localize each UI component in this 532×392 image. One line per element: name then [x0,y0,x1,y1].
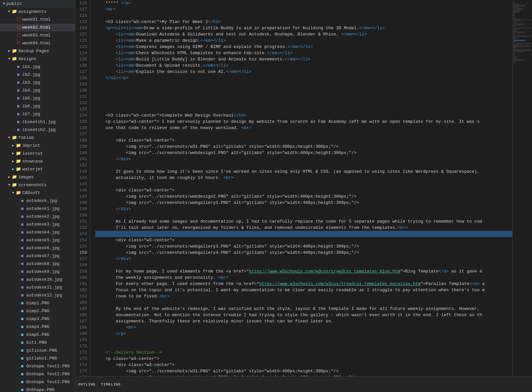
minimap-line [513,8,523,9]
minimap [512,0,532,376]
sidebar-item-autodesk1.jpg[interactable]: ◼ autodesk1.jpg [0,205,75,213]
sidebar-item-lasercut[interactable]: ▶ 📁 lasercut [0,150,75,158]
sidebar-item-lb3.jpg[interactable]: ◼ lb3.jpg [0,79,75,87]
bottom-section-timeline[interactable]: TIMELINE [101,382,121,386]
file-label: lb6.jpg [22,103,40,110]
minimap-line [513,23,517,23]
line-number-116: 116 [78,0,87,6]
folder-label: CADsoft [22,189,40,197]
sidebar-item-images[interactable]: ▶ 📁 images [0,173,75,181]
line-number-175: 175 [78,368,87,374]
line-number-141: 141 [78,156,87,162]
sidebar-item-designs[interactable]: ▼ 📁 designs [0,55,75,63]
code-line-153 [95,231,512,237]
sidebar-item-week01.html[interactable]: ⬡ week01.html [0,16,75,24]
sidebar-item-lb6.jpg[interactable]: ◼ lb6.jpg [0,102,75,110]
sidebar-item-onshapetest3.png[interactable]: ◼ Onshape Test3.PNG [0,378,75,386]
sidebar-item-bimp1.png[interactable]: ◼ bimp1.PNG [0,299,75,307]
sidebar-item-autodesk11.jpg[interactable]: ◼ autodesk11.jpg [0,284,75,292]
bottom-section-outline[interactable]: OUTLINE [78,382,96,386]
sidebar-item-lbsketch1.jpg[interactable]: ◼ lbsketch1.jpg [0,118,75,126]
line-number-159: 159 [78,268,87,274]
line-number-151: 151 [78,218,87,225]
file-icon: ◼ [16,88,21,93]
sidebar-item-onshapetest1.png[interactable]: ◼ Onshape Test1.PNG [0,362,75,370]
code-content[interactable]: ***** </p> <br> <h3 class="w3-center">My… [90,0,512,376]
sidebar-item-autodesk9.jpg[interactable]: ◼ autodesk9.jpg [0,268,75,276]
sidebar-item-autodesk3.jpg[interactable]: ◼ autodesk3.jpg [0,221,75,229]
sidebar-item-autodesk10.jpg[interactable]: ◼ autodesk10.jpg [0,276,75,284]
sidebar-item-git1.png[interactable]: ◼ Git1.PNG [0,339,75,347]
code-line-161: For every other page, I used elements fr… [95,281,512,287]
sidebar-item-autodesk5.jpg[interactable]: ◼ autodesk5.jpg [0,236,75,244]
sidebar-item-autodesk7.jpg[interactable]: ◼ autodesk7.jpg [0,252,75,260]
file-spacer [14,348,20,353]
line-number-140: 140 [78,150,87,156]
line-number-128: 128 [78,75,87,81]
file-spacer [11,96,16,101]
sidebar-item-lb7.jpg[interactable]: ◼ lb7.jpg [0,110,75,118]
sidebar-item-3dprint[interactable]: ▶ 📁 3dprint [0,142,75,150]
sidebar-item-bimp4.png[interactable]: ◼ bimp4.PNG [0,323,75,331]
code-line-171 [95,343,512,349]
file-icon: ◼ [20,246,25,251]
file-icon: ◼ [20,277,25,282]
sidebar-item-gitissue.png[interactable]: ◼ gitissue.PNG [0,347,75,355]
file-label: bimp4.PNG [26,323,49,331]
sidebar-item-autodesk8.jpg[interactable]: ◼ autodesk8.jpg [0,260,75,268]
sidebar-item-lb2.jpg[interactable]: ◼ lb2.jpg [0,71,75,79]
file-icon: ◼ [20,253,25,259]
sidebar-item-gitlabs1.png[interactable]: ◼ gitlabs1.PNG [0,355,75,362]
sidebar-item-assignments[interactable]: ▼ 📁 assignments [0,8,75,16]
sidebar-item-week02.html[interactable]: ⬡ week02.html [0,24,75,32]
minimap-line [513,21,520,21]
line-number-155: 155 [78,243,87,250]
line-number-145: 145 [78,181,87,187]
sidebar-item-waterjet[interactable]: ▶ 📁 waterjet [0,165,75,173]
file-icon: ◼ [20,324,25,330]
minimap-line [513,5,526,6]
sidebar-item-lb5.jpg[interactable]: ◼ lb5.jpg [0,95,75,102]
sidebar-item-autodesk6.jpg[interactable]: ◼ autodesk6.jpg [0,244,75,252]
sidebar-item-autodesk.jpg[interactable]: ◼ autodesk.jpg [0,197,75,205]
folder-arrow: ▶ [11,159,16,164]
sidebar-item-week03.html[interactable]: ⬡ week03.html [0,32,75,39]
sidebar-item-fablab[interactable]: ▼ 📁 fablab [0,134,75,142]
sidebar-item-lb4.jpg[interactable]: ◼ lb4.jpg [0,87,75,95]
sidebar-item-bimp2.png[interactable]: ◼ bimp2.PNG [0,307,75,315]
minimap-line [513,62,516,63]
file-spacer [14,301,20,306]
sidebar-item-bimp3.png[interactable]: ◼ bimp3.PNG [0,315,75,323]
sidebar-item-week04.html[interactable]: ⬡ week04.html [0,39,75,47]
code-area[interactable]: 1161171181191201211221231241251261271281… [76,0,532,376]
file-spacer [11,72,16,77]
code-line-155: <img src="../screenshots/webgallery3.PNG… [95,243,512,250]
sidebar-item-showcase[interactable]: ▶ 📁 showcase [0,158,75,165]
sidebar-item-autodesk12.jpg[interactable]: ◼ autodesk12.jpg [0,292,75,299]
code-line-151: As I already had some images and documen… [95,218,512,225]
code-line-117: <br> [95,6,512,12]
code-line-132 [95,100,512,106]
sidebar-item-lb1.jpg[interactable]: ◼ lb1.jpg [0,63,75,71]
sidebar-item-onshapetest2.png[interactable]: ◼ Onshape Test2.PNG [0,370,75,378]
minimap-line [513,38,517,39]
line-number-143: 143 [78,168,87,175]
sidebar-item-lbsketch2.jpg[interactable]: ◼ lbsketch2.jpg [0,126,75,134]
sidebar-item-bimp5.png[interactable]: ◼ bimp5.PNG [0,331,75,339]
file-label: autodesk11.jpg [26,284,62,291]
file-spacer [14,380,20,385]
file-icon: ◼ [20,238,25,243]
folder-arrow: ▶ [11,167,16,172]
file-icon: ⬡ [16,41,21,46]
sidebar-item-cadsoft[interactable]: ▼ 📁 CADsoft [0,189,75,197]
file-icon: ◼ [20,269,25,274]
sidebar-item-onshape.png[interactable]: ◼ OnShape.PNG [0,386,75,392]
minimap-line [513,59,524,60]
sidebar-item-autodesk2.jpg[interactable]: ◼ autodesk2.jpg [0,213,75,221]
code-line-129 [95,81,512,87]
sidebar-item-backuppages[interactable]: ▶ 📁 Backup Pages [0,47,75,55]
code-line-166: documentation. Not to mention the intens… [95,312,512,318]
sidebar-item-screenshots[interactable]: ▼ 📁 screenshots [0,181,75,189]
sidebar-item-public[interactable]: ▼ public [0,0,75,8]
sidebar-item-autodesk4.jpg[interactable]: ◼ autodesk4.jpg [0,229,75,236]
